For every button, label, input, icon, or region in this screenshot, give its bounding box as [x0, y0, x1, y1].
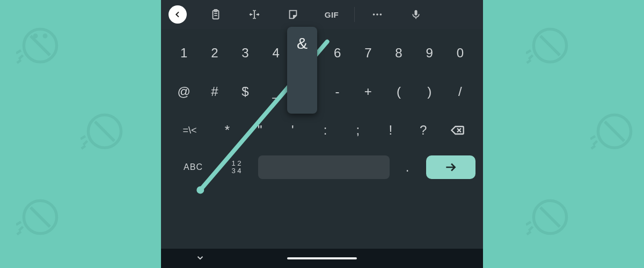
- text-cursor-icon: [248, 9, 260, 20]
- key-plus[interactable]: +: [353, 76, 383, 107]
- arrow-right-icon: [444, 160, 458, 174]
- popup-char: &: [297, 34, 308, 114]
- svg-point-4: [24, 200, 56, 233]
- symbol-row-1: @ # $ _ & - + ( ) /: [169, 76, 475, 107]
- gif-button[interactable]: GIF: [312, 0, 351, 29]
- key-numpad[interactable]: 1 2 3 4: [218, 153, 255, 181]
- key-apostrophe[interactable]: ': [276, 115, 309, 146]
- chevron-down-icon: [195, 253, 205, 263]
- key-0[interactable]: 0: [445, 38, 475, 69]
- text-cursor-button[interactable]: [235, 0, 274, 29]
- key-9[interactable]: 9: [414, 38, 445, 69]
- key-slash[interactable]: /: [445, 76, 475, 107]
- key-at[interactable]: @: [169, 76, 199, 107]
- keyboard-toolbar: GIF: [161, 0, 483, 29]
- number-row: 1 2 3 4 5 6 7 8 9 0: [169, 38, 475, 69]
- svg-point-6: [598, 115, 631, 147]
- gif-label: GIF: [325, 10, 339, 19]
- key-paren-open[interactable]: (: [383, 76, 414, 107]
- key-preview-popup: &: [287, 27, 317, 114]
- key-space[interactable]: [258, 155, 390, 179]
- key-enter[interactable]: [426, 155, 475, 179]
- key-1[interactable]: 1: [169, 38, 199, 69]
- sticker-button[interactable]: [274, 0, 312, 29]
- symbol-row-2: =\< * " ' : ; ! ?: [169, 115, 475, 146]
- svg-point-2: [44, 35, 46, 37]
- key-backspace[interactable]: [440, 115, 475, 146]
- svg-point-11: [376, 13, 378, 16]
- key-2[interactable]: 2: [199, 38, 230, 69]
- svg-point-5: [533, 29, 566, 62]
- key-hash[interactable]: #: [199, 76, 230, 107]
- more-horizontal-icon: [371, 9, 383, 20]
- sticker-icon: [287, 9, 299, 20]
- keyboard-grid: & 1 2 3 4 5 6 7 8 9 0 @ # $ _ & - + ( ) …: [161, 29, 483, 249]
- keyboard-collapse-button[interactable]: [195, 253, 205, 265]
- key-more-symbols[interactable]: =\<: [169, 115, 211, 146]
- key-minus[interactable]: -: [322, 76, 353, 107]
- key-paren-close[interactable]: ): [414, 76, 445, 107]
- svg-point-1: [34, 35, 36, 37]
- gesture-nav-pill[interactable]: [287, 257, 357, 259]
- svg-point-12: [380, 13, 382, 16]
- key-period[interactable]: .: [393, 153, 422, 181]
- svg-point-3: [88, 115, 121, 147]
- keyboard-panel: GIF & 1 2 3 4 5 6 7 8 9 0 @ # $: [161, 0, 483, 268]
- more-button[interactable]: [358, 0, 397, 29]
- key-colon[interactable]: :: [309, 115, 342, 146]
- key-question[interactable]: ?: [407, 115, 440, 146]
- key-semicolon[interactable]: ;: [341, 115, 374, 146]
- key-3[interactable]: 3: [230, 38, 260, 69]
- clipboard-button[interactable]: [196, 0, 235, 29]
- svg-point-7: [533, 200, 566, 233]
- clipboard-icon: [210, 9, 222, 20]
- microphone-icon: [411, 9, 421, 20]
- bottom-row: ABC 1 2 3 4 .: [169, 153, 475, 181]
- key-7[interactable]: 7: [353, 38, 383, 69]
- system-nav-bar: [161, 249, 483, 268]
- voice-button[interactable]: [397, 0, 435, 29]
- key-dollar[interactable]: $: [230, 76, 260, 107]
- backspace-icon: [450, 123, 465, 138]
- key-exclaim[interactable]: !: [374, 115, 407, 146]
- toolbar-separator: [354, 7, 355, 22]
- back-button[interactable]: [169, 5, 187, 24]
- key-8[interactable]: 8: [383, 38, 414, 69]
- svg-rect-13: [415, 10, 418, 16]
- chevron-left-icon: [173, 10, 182, 19]
- svg-point-10: [373, 13, 375, 16]
- svg-point-0: [24, 29, 56, 62]
